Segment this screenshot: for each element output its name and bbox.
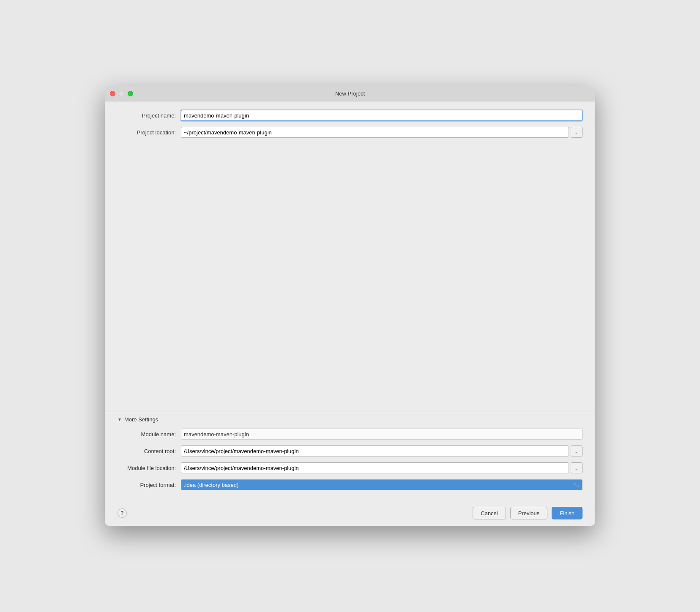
module-file-location-row: Module file location: ... [118, 462, 582, 473]
content-root-input[interactable] [181, 445, 569, 456]
project-name-label: Project name: [118, 112, 181, 119]
button-bar-left: ? [118, 508, 127, 518]
module-name-display: mavendemo-maven-plugin [181, 429, 582, 440]
finish-button[interactable]: Finish [552, 507, 582, 519]
more-settings-section: ▼ More Settings Module name: mavendemo-m… [105, 412, 595, 500]
project-location-field-group: ... [181, 127, 582, 138]
close-icon[interactable] [110, 91, 115, 96]
minimize-icon[interactable] [119, 91, 124, 96]
title-bar: New Project [105, 86, 595, 101]
more-settings-toggle[interactable]: ▼ More Settings [118, 416, 582, 423]
project-name-row: Project name: [118, 110, 582, 121]
module-name-label: Module name: [118, 431, 181, 437]
button-bar-right: Cancel Previous Finish [473, 507, 582, 519]
help-button[interactable]: ? [118, 508, 127, 518]
project-format-select[interactable]: .idea (directory based).ipr (file based) [181, 479, 582, 490]
more-settings-form: Module name: mavendemo-maven-plugin Cont… [118, 429, 582, 490]
more-settings-title: More Settings [124, 416, 158, 423]
module-file-location-label: Module file location: [118, 465, 181, 471]
cancel-button[interactable]: Cancel [473, 507, 506, 519]
content-root-label: Content root: [118, 448, 181, 454]
project-location-label: Project location: [118, 129, 181, 136]
module-file-location-field-group: ... [181, 462, 582, 473]
dialog-content: Project name: Project location: ... ▼ Mo… [105, 101, 595, 500]
new-project-dialog: New Project Project name: Project locati… [105, 86, 595, 526]
project-format-label: Project format: [118, 482, 181, 488]
project-format-row: Project format: .idea (directory based).… [118, 479, 582, 490]
content-root-field-group: ... [181, 445, 582, 456]
project-location-row: Project location: ... [118, 127, 582, 138]
project-location-input[interactable] [181, 127, 569, 138]
window-title: New Project [335, 90, 365, 97]
module-file-location-input[interactable] [181, 462, 569, 473]
previous-button[interactable]: Previous [510, 507, 548, 519]
maximize-icon[interactable] [128, 91, 133, 96]
module-name-row: Module name: mavendemo-maven-plugin [118, 429, 582, 440]
project-name-input[interactable] [181, 110, 582, 121]
content-root-row: Content root: ... [118, 445, 582, 456]
project-location-browse-button[interactable]: ... [571, 127, 582, 138]
traffic-lights [110, 91, 133, 96]
content-spacer [118, 144, 582, 412]
button-bar: ? Cancel Previous Finish [105, 500, 595, 526]
content-root-browse-button[interactable]: ... [571, 445, 582, 456]
module-file-location-browse-button[interactable]: ... [571, 462, 582, 473]
chevron-down-icon: ▼ [118, 417, 122, 422]
project-format-select-wrapper: .idea (directory based).ipr (file based)… [181, 479, 582, 490]
